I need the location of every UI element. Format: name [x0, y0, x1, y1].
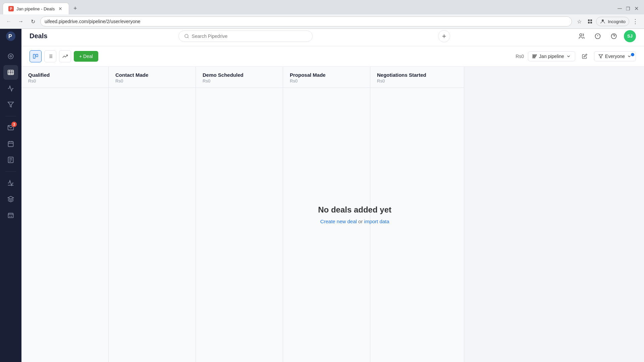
incognito-profile[interactable]: Incognito	[596, 17, 629, 26]
sidebar-item-activities[interactable]	[3, 81, 18, 96]
edit-pipeline-button[interactable]	[579, 51, 590, 62]
menu-icon[interactable]: ⋮	[631, 17, 640, 26]
add-button[interactable]	[438, 30, 450, 42]
empty-state-heading: No deals added yet	[318, 205, 391, 214]
browser-tab[interactable]: P Jan pipeline - Deals ✕	[3, 3, 69, 14]
column-amount-contact-made: Rs0	[115, 78, 189, 83]
column-title-negotiations: Negotiations Started	[377, 72, 457, 78]
filter-label: Everyone	[605, 54, 625, 59]
column-amount-qualified: Rs0	[28, 78, 102, 83]
svg-rect-30	[33, 54, 35, 58]
close-button[interactable]: ✕	[634, 5, 639, 12]
create-deal-link[interactable]: Create new deal	[320, 218, 357, 224]
forward-button[interactable]: →	[16, 17, 25, 26]
pipeline-wrapper: Qualified Rs0 Contact Made Rs0 Demo Sche…	[21, 67, 644, 362]
pipeline-column-contact-made: Contact Made Rs0	[109, 67, 196, 362]
tips-icon[interactable]	[592, 30, 604, 42]
search-icon	[184, 34, 189, 39]
reload-button[interactable]: ↻	[28, 17, 38, 26]
sidebar: P 3	[0, 26, 21, 362]
help-icon[interactable]	[608, 30, 620, 42]
sidebar-divider-1	[5, 116, 16, 116]
column-title-proposal-made: Proposal Made	[290, 72, 363, 78]
column-body-proposal-made	[283, 88, 370, 362]
svg-rect-11	[8, 141, 13, 146]
pipeline-empty-area	[464, 67, 644, 362]
tab-title: Jan pipeline - Deals	[16, 6, 55, 11]
back-button[interactable]: ←	[4, 17, 13, 26]
sidebar-item-products[interactable]	[3, 192, 18, 206]
empty-state: No deals added yet Create new deal or im…	[318, 205, 391, 224]
svg-text:P: P	[8, 34, 12, 39]
add-deal-button[interactable]: + Deal	[74, 51, 98, 62]
mail-badge: 3	[11, 122, 17, 127]
sidebar-item-deals[interactable]	[3, 65, 18, 80]
column-title-qualified: Qualified	[28, 72, 102, 78]
column-header-proposal-made: Proposal Made Rs0	[283, 67, 370, 88]
svg-rect-40	[533, 57, 535, 58]
new-tab-button[interactable]: +	[70, 4, 80, 13]
sidebar-item-marketplace[interactable]	[3, 208, 18, 223]
tab-favicon: P	[8, 6, 14, 11]
sidebar-item-mail[interactable]: 3	[3, 120, 18, 135]
sidebar-item-calendar[interactable]	[3, 136, 18, 151]
total-value: Rs0	[516, 54, 524, 59]
sidebar-nav: 3	[3, 49, 18, 358]
svg-marker-41	[599, 55, 603, 58]
list-view-button[interactable]	[44, 50, 56, 62]
column-title-demo-scheduled: Demo Scheduled	[203, 72, 276, 78]
toolbar: + Deal Rs0 Jan pipeline Everyone	[21, 46, 644, 67]
svg-point-4	[602, 19, 604, 21]
import-data-link[interactable]: import data	[364, 218, 389, 224]
filter-button[interactable]: Everyone	[594, 51, 636, 61]
top-header: Deals SJ	[21, 26, 644, 46]
colleagues-icon[interactable]	[576, 30, 588, 42]
extensions-icon[interactable]	[585, 17, 595, 26]
column-title-contact-made: Contact Made	[115, 72, 189, 78]
search-input[interactable]	[192, 34, 307, 39]
svg-point-8	[10, 56, 12, 57]
minimize-button[interactable]: ─	[618, 5, 622, 12]
forecast-view-button[interactable]	[59, 50, 71, 62]
column-amount-demo-scheduled: Rs0	[203, 78, 276, 83]
bookmark-icon[interactable]: ☆	[575, 17, 584, 26]
svg-rect-38	[533, 55, 537, 55]
add-deal-label: + Deal	[79, 54, 93, 59]
svg-rect-2	[588, 22, 590, 23]
svg-point-21	[184, 34, 188, 38]
column-body-negotiations	[370, 88, 464, 362]
avatar[interactable]: SJ	[624, 30, 636, 42]
header-right: SJ	[576, 30, 636, 42]
pipeline-selector[interactable]: Jan pipeline	[528, 51, 575, 61]
maximize-button[interactable]: ❐	[626, 6, 630, 11]
column-header-demo-scheduled: Demo Scheduled Rs0	[196, 67, 283, 88]
sidebar-item-home[interactable]	[3, 49, 18, 64]
filter-active-badge	[631, 53, 634, 56]
svg-rect-31	[36, 54, 38, 57]
search-bar[interactable]	[178, 31, 313, 42]
svg-rect-1	[590, 19, 592, 21]
column-header-contact-made: Contact Made Rs0	[109, 67, 196, 88]
column-body-qualified	[21, 88, 108, 362]
sidebar-divider-2	[5, 171, 16, 172]
tab-close-button[interactable]: ✕	[57, 6, 63, 12]
pipeline-dropdown-icon	[566, 54, 571, 59]
toolbar-right: Rs0 Jan pipeline Everyone	[516, 51, 636, 62]
address-bar[interactable]	[40, 16, 572, 26]
sidebar-item-reports[interactable]	[3, 176, 18, 190]
svg-rect-0	[588, 19, 590, 21]
sidebar-item-contacts[interactable]	[3, 153, 18, 167]
pipedrive-logo[interactable]: P	[5, 30, 17, 42]
svg-rect-9	[8, 70, 14, 74]
svg-point-24	[580, 34, 582, 36]
kanban-view-button[interactable]	[30, 50, 42, 62]
svg-point-7	[8, 54, 13, 59]
column-amount-proposal-made: Rs0	[290, 78, 363, 83]
sidebar-item-leads[interactable]	[3, 97, 18, 112]
column-amount-negotiations: Rs0	[377, 78, 457, 83]
column-body-demo-scheduled	[196, 88, 283, 362]
page-title: Deals	[30, 32, 47, 40]
empty-state-or: or	[358, 218, 364, 224]
column-body-contact-made	[109, 88, 196, 362]
pipeline-column-demo-scheduled: Demo Scheduled Rs0	[196, 67, 283, 362]
